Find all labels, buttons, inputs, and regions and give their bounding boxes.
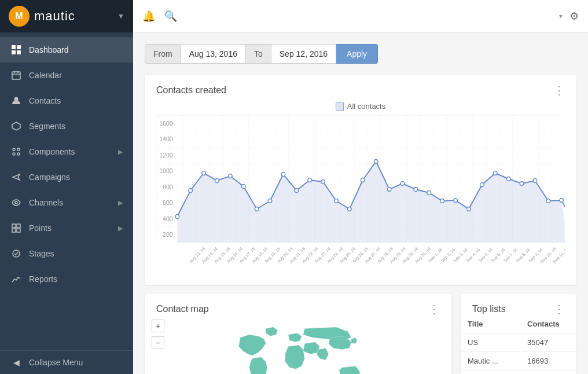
dashboard-icon xyxy=(10,44,22,56)
apply-button[interactable]: Apply xyxy=(336,44,378,64)
top-lists-header: Top lists ⋮ xyxy=(461,294,576,315)
legend-label: All contacts xyxy=(347,102,385,111)
svg-text:1600: 1600 xyxy=(159,120,172,127)
sidebar-item-components[interactable]: Components ▶ xyxy=(0,139,133,164)
reports-icon xyxy=(10,273,22,285)
chart-legend: All contacts xyxy=(156,102,565,111)
svg-text:400: 400 xyxy=(163,215,173,222)
svg-point-10 xyxy=(13,148,15,151)
to-label: To xyxy=(246,44,271,64)
sidebar-item-contacts[interactable]: Contacts xyxy=(0,88,133,113)
sidebar-item-label: Components xyxy=(29,147,118,156)
sidebar-item-label: Contacts xyxy=(29,96,123,105)
points-icon xyxy=(10,222,22,234)
contact-map-menu-icon[interactable]: ⋮ xyxy=(428,303,440,315)
svg-rect-0 xyxy=(12,45,16,49)
sidebar-item-stages[interactable]: Stages xyxy=(0,241,133,266)
list-item: US 35047 xyxy=(461,333,576,352)
contacts-chart-menu-icon[interactable]: ⋮ xyxy=(553,85,565,96)
svg-point-44 xyxy=(374,160,378,164)
bell-icon[interactable]: 🔔 xyxy=(142,10,155,23)
topbar-dropdown-icon[interactable]: ▾ xyxy=(559,12,563,20)
stages-icon xyxy=(10,248,22,259)
svg-point-55 xyxy=(520,182,524,186)
svg-point-42 xyxy=(348,207,352,211)
search-icon[interactable]: 🔍 xyxy=(164,10,177,23)
sidebar-item-calendar[interactable]: Calendar xyxy=(0,63,133,88)
svg-rect-16 xyxy=(17,224,20,228)
svg-text:1200: 1200 xyxy=(159,152,172,159)
page-content: From Aug 13, 2016 To Sep 12, 2016 Apply … xyxy=(133,32,588,374)
svg-text:1400: 1400 xyxy=(159,135,172,142)
svg-point-11 xyxy=(17,148,20,151)
campaigns-icon xyxy=(10,171,22,183)
svg-rect-17 xyxy=(12,229,16,232)
svg-rect-4 xyxy=(12,72,20,79)
sidebar-item-label: Stages xyxy=(29,249,123,258)
list-item: Japan M... 4924 xyxy=(461,371,576,375)
zoom-out-button[interactable]: − xyxy=(152,336,164,349)
svg-point-49 xyxy=(440,199,444,203)
svg-point-53 xyxy=(493,171,497,175)
svg-point-14 xyxy=(15,201,17,204)
svg-text:200: 200 xyxy=(163,231,173,238)
sidebar-item-label: Calendar xyxy=(29,71,123,80)
calendar-icon xyxy=(10,69,22,81)
settings-icon[interactable]: ⚙ xyxy=(569,10,579,23)
svg-point-29 xyxy=(175,215,179,219)
to-date-input[interactable]: Sep 12, 2016 xyxy=(271,44,336,64)
svg-point-12 xyxy=(13,153,15,155)
bottom-row: Contact map ⋮ + − xyxy=(145,294,576,374)
topbar: 🔔 🔍 ▾ ⚙ xyxy=(133,0,588,32)
svg-point-31 xyxy=(202,171,206,175)
topbar-right: ▾ ⚙ xyxy=(559,10,579,23)
sidebar-item-channels[interactable]: Channels ▶ xyxy=(0,190,133,215)
svg-rect-18 xyxy=(17,229,20,232)
sidebar-item-campaigns[interactable]: Campaigns xyxy=(0,164,133,190)
svg-point-43 xyxy=(361,178,365,182)
svg-point-57 xyxy=(546,199,550,203)
contacts-created-card: Contacts created ⋮ All contacts xyxy=(145,75,576,285)
sidebar-chevron-icon[interactable]: ▼ xyxy=(117,12,124,20)
svg-point-58 xyxy=(560,199,564,203)
contacts-chart-svg: 1600 1400 1200 1000 800 600 400 200 xyxy=(156,115,565,243)
list-item-title: Japan M... xyxy=(461,371,520,375)
date-filter: From Aug 13, 2016 To Sep 12, 2016 Apply xyxy=(145,44,576,64)
svg-point-35 xyxy=(255,207,259,211)
sidebar-nav: Dashboard Calendar Contacts Segments Com… xyxy=(0,32,133,350)
brand-name: mautic xyxy=(34,9,117,24)
col-title-header: Title xyxy=(461,315,520,333)
svg-rect-1 xyxy=(17,45,21,49)
svg-text:600: 600 xyxy=(163,199,173,206)
list-item-title: Mautic ... xyxy=(461,352,520,371)
sidebar-item-points[interactable]: Points ▶ xyxy=(0,215,133,241)
svg-rect-3 xyxy=(17,50,21,54)
contact-map-header: Contact map ⋮ xyxy=(145,294,451,315)
svg-point-30 xyxy=(189,189,193,193)
sidebar-item-label: Dashboard xyxy=(29,45,123,54)
zoom-in-button[interactable]: + xyxy=(152,320,164,332)
contacts-chart-title: Contacts created xyxy=(156,85,226,96)
contacts-icon xyxy=(10,95,22,107)
nav-arrow-icon: ▶ xyxy=(118,148,123,156)
sidebar-item-label: Reports xyxy=(29,274,123,284)
svg-text:1000: 1000 xyxy=(159,167,172,174)
top-lists-menu-icon[interactable]: ⋮ xyxy=(553,303,565,315)
sidebar-item-label: Channels xyxy=(29,198,118,207)
sidebar-item-segments[interactable]: Segments xyxy=(0,113,133,139)
nav-arrow-icon: ▶ xyxy=(118,225,123,232)
map-controls: + − xyxy=(152,320,164,349)
svg-point-41 xyxy=(335,199,339,203)
sidebar-item-reports[interactable]: Reports xyxy=(0,266,133,292)
sidebar-item-dashboard[interactable]: Dashboard xyxy=(0,37,133,63)
contact-map-title: Contact map xyxy=(156,304,209,314)
sidebar-header: M mautic ▼ xyxy=(0,0,133,32)
collapse-menu-item[interactable]: ◀ Collapse Menu xyxy=(0,350,133,374)
svg-point-36 xyxy=(268,199,272,203)
top-lists-card: Top lists ⋮ Title Contacts US 35047 xyxy=(461,294,576,374)
legend-box xyxy=(336,102,344,111)
list-item: Mautic ... 16693 xyxy=(461,352,576,371)
top-lists-table-wrapper: Title Contacts US 35047 Mautic ... 16693… xyxy=(461,315,576,374)
world-map-svg xyxy=(168,320,444,374)
from-date-input[interactable]: Aug 13, 2016 xyxy=(181,44,246,64)
